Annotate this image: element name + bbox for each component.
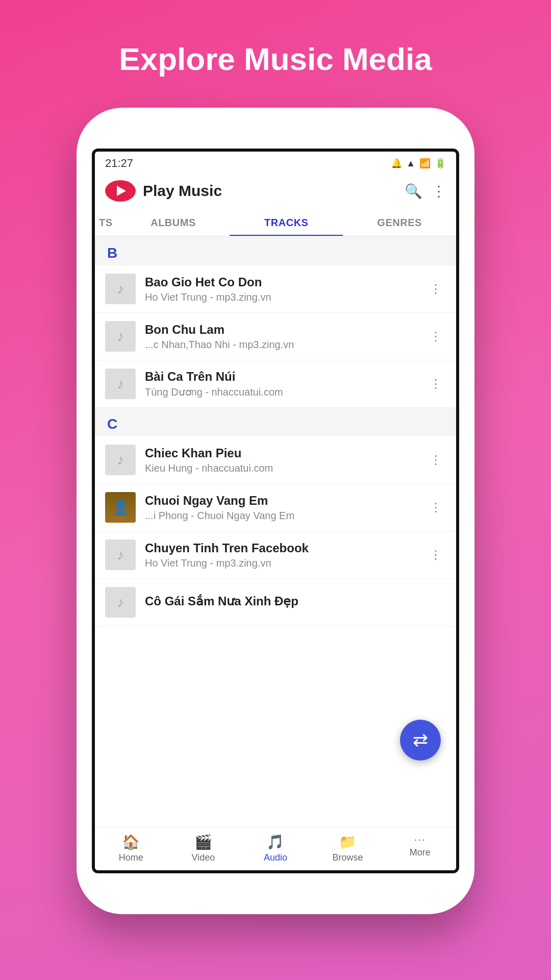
track-thumbnail: ♪ <box>105 274 136 304</box>
nav-item-browse[interactable]: 📁 Browse <box>312 834 384 863</box>
battery-icon: 🔋 <box>435 158 446 169</box>
nav-item-video[interactable]: 🎬 Video <box>167 834 240 863</box>
browse-icon: 📁 <box>339 834 357 850</box>
tab-albums[interactable]: ALBUMS <box>117 209 230 236</box>
track-item[interactable]: ♪ Cô Gái Sắm Nưa Xinh Đẹp <box>95 579 456 626</box>
track-menu-icon[interactable]: ⋮ <box>425 278 446 300</box>
phone-screen: 21:27 🔔 ▲ 📶 🔋 Play Music 🔍 ⋮ TS ALBUMS T… <box>92 149 459 873</box>
tabs-bar: TS ALBUMS TRACKS GENRES <box>95 209 456 237</box>
video-icon: 🎬 <box>194 834 212 850</box>
track-info: Bon Chu Lam ...c Nhan,Thao Nhi - mp3.zin… <box>145 323 425 351</box>
track-info: Bài Ca Trên Núi Tùng Dương - nhaccuatui.… <box>145 370 425 398</box>
track-thumbnail: ♪ <box>105 540 136 570</box>
track-title: Chuoi Ngay Vang Em <box>145 494 425 508</box>
music-note-icon: ♪ <box>117 452 124 468</box>
audio-icon: 🎵 <box>266 834 284 850</box>
track-info: Chuoi Ngay Vang Em ...i Phong - Chuoi Ng… <box>145 494 425 522</box>
music-note-icon: ♪ <box>117 547 124 563</box>
track-subtitle: Kieu Hung - nhaccuatui.com <box>145 462 425 474</box>
nav-label-audio: Audio <box>264 852 287 863</box>
nav-item-home[interactable]: 🏠 Home <box>95 834 167 863</box>
music-note-icon: ♪ <box>117 594 124 610</box>
search-icon[interactable]: 🔍 <box>405 183 422 200</box>
track-list: B ♪ Bao Gio Het Co Don Ho Viet Trung - m… <box>95 237 456 827</box>
track-info: Chiec Khan Pieu Kieu Hung - nhaccuatui.c… <box>145 446 425 474</box>
track-menu-icon[interactable]: ⋮ <box>425 544 446 566</box>
track-title: Chiec Khan Pieu <box>145 446 425 460</box>
track-subtitle: Ho Viet Trung - mp3.zing.vn <box>145 291 425 303</box>
notification-icon: 🔔 <box>391 158 402 169</box>
track-title: Bài Ca Trên Núi <box>145 370 425 384</box>
track-thumbnail: ♪ <box>105 587 136 618</box>
track-item[interactable]: ♪ Bon Chu Lam ...c Nhan,Thao Nhi - mp3.z… <box>95 313 456 360</box>
nav-label-home: Home <box>119 852 143 863</box>
shuffle-icon: ⇄ <box>413 729 428 751</box>
page-background-title: Explore Music Media <box>119 41 432 77</box>
music-note-icon: ♪ <box>117 328 124 345</box>
tab-artists-partial[interactable]: TS <box>95 209 117 236</box>
phone-frame: 21:27 🔔 ▲ 📶 🔋 Play Music 🔍 ⋮ TS ALBUMS T… <box>77 108 474 914</box>
more-dots-icon: ··· <box>414 834 426 845</box>
track-title: Cô Gái Sắm Nưa Xinh Đẹp <box>145 594 446 608</box>
app-logo <box>105 180 136 202</box>
track-menu-icon[interactable]: ⋮ <box>425 325 446 348</box>
track-thumbnail: ♪ <box>105 445 136 475</box>
signal-icon: 📶 <box>419 158 431 169</box>
nav-item-more[interactable]: ··· More <box>384 834 456 863</box>
track-info: Cô Gái Sắm Nưa Xinh Đẹp <box>145 594 446 610</box>
status-bar: 21:27 🔔 ▲ 📶 🔋 <box>95 152 456 173</box>
track-menu-icon[interactable]: ⋮ <box>425 373 446 395</box>
track-info: Chuyen Tinh Tren Facebook Ho Viet Trung … <box>145 541 425 569</box>
nav-label-more: More <box>410 847 431 858</box>
track-item[interactable]: ♪ Bao Gio Het Co Don Ho Viet Trung - mp3… <box>95 265 456 313</box>
track-item[interactable]: ♪ Bài Ca Trên Núi Tùng Dương - nhaccuatu… <box>95 360 456 408</box>
album-art-person: 👤 <box>105 492 136 523</box>
track-info: Bao Gio Het Co Don Ho Viet Trung - mp3.z… <box>145 275 425 303</box>
header-actions: 🔍 ⋮ <box>405 183 446 200</box>
tab-genres[interactable]: GENRES <box>343 209 456 236</box>
section-header-b: B <box>95 237 456 265</box>
app-title: Play Music <box>143 182 405 200</box>
track-item[interactable]: ♪ Chuyen Tinh Tren Facebook Ho Viet Trun… <box>95 531 456 579</box>
nav-item-audio[interactable]: 🎵 Audio <box>239 834 312 863</box>
track-thumbnail: ♪ <box>105 321 136 352</box>
track-subtitle: Tùng Dương - nhaccuatui.com <box>145 386 425 398</box>
track-item[interactable]: 👤 Chuoi Ngay Vang Em ...i Phong - Chuoi … <box>95 484 456 531</box>
overflow-menu-icon[interactable]: ⋮ <box>432 183 446 200</box>
play-logo-icon <box>117 186 126 196</box>
track-menu-icon[interactable]: ⋮ <box>425 449 446 471</box>
wifi-icon: ▲ <box>406 158 415 169</box>
home-icon: 🏠 <box>122 834 140 850</box>
track-thumbnail: ♪ <box>105 369 136 399</box>
status-time: 21:27 <box>105 157 133 170</box>
track-subtitle: ...c Nhan,Thao Nhi - mp3.zing.vn <box>145 339 425 351</box>
music-note-icon: ♪ <box>117 281 124 297</box>
tab-tracks[interactable]: TRACKS <box>230 209 343 236</box>
bottom-navigation: 🏠 Home 🎬 Video 🎵 Audio 📁 Browse ··· More <box>95 827 456 870</box>
track-title: Bao Gio Het Co Don <box>145 275 425 289</box>
music-note-icon: ♪ <box>117 376 124 392</box>
shuffle-fab-button[interactable]: ⇄ <box>400 720 441 761</box>
track-subtitle: Ho Viet Trung - mp3.zing.vn <box>145 557 425 569</box>
track-title: Bon Chu Lam <box>145 323 425 337</box>
status-icons: 🔔 ▲ 📶 🔋 <box>391 158 446 169</box>
track-title: Chuyen Tinh Tren Facebook <box>145 541 425 555</box>
app-header: Play Music 🔍 ⋮ <box>95 173 456 209</box>
nav-label-video: Video <box>192 852 215 863</box>
nav-label-browse: Browse <box>333 852 363 863</box>
track-menu-icon[interactable]: ⋮ <box>425 496 446 519</box>
track-item[interactable]: ♪ Chiec Khan Pieu Kieu Hung - nhaccuatui… <box>95 436 456 484</box>
track-thumbnail-art: 👤 <box>105 492 136 523</box>
track-subtitle: ...i Phong - Chuoi Ngay Vang Em <box>145 510 425 522</box>
section-header-c: C <box>95 408 456 436</box>
